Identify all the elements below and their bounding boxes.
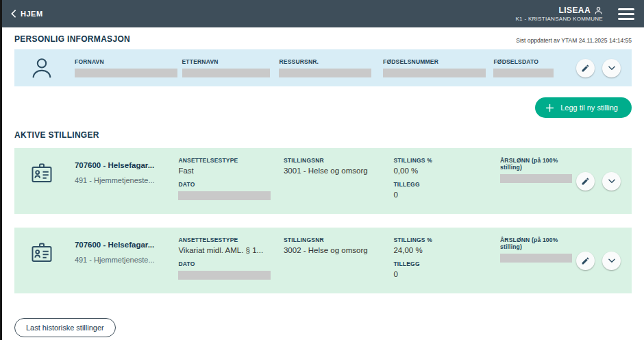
value-fodselsdato-redacted (493, 69, 554, 77)
label-dato: DATO (178, 181, 280, 188)
label-ansettelsestype: ANSETTELSESTYPE (178, 236, 280, 243)
label-fodselsnummer: FØDSELSNUMMER (383, 58, 489, 65)
value-stillingsprosent: 24,00 % (393, 246, 489, 254)
edit-position-button[interactable] (576, 252, 595, 270)
add-position-label: Legg til ny stilling (560, 104, 618, 112)
id-card-icon (29, 161, 54, 186)
label-tillegg: TILLEGG (393, 260, 496, 267)
personal-info-panel: FORNAVN ETTERNAVN RESSURSNR. FØDSELSNUMM… (14, 49, 632, 86)
label-ressursnr: RESSURSNR. (279, 58, 379, 65)
position-department: 491 - Hjemmetjeneste... (75, 256, 179, 264)
value-stillingsprosent: 0,00 % (393, 167, 489, 175)
chevron-left-icon (10, 9, 17, 19)
value-tillegg: 0 (393, 270, 489, 278)
back-button[interactable]: HJEM (10, 9, 43, 19)
personal-info-title: PERSONLIG INFORMASJON (14, 34, 130, 44)
user-name: LISEAA (559, 5, 591, 16)
value-arslonn-redacted (500, 254, 572, 263)
label-stillingsnr: STILLINGSNR (284, 157, 390, 164)
back-label: HJEM (21, 10, 43, 18)
label-ansettelsestype: ANSETTELSESTYPE (178, 157, 280, 164)
position-card: 707600 - Helsefagar... 491 - Hjemmetjene… (14, 148, 632, 214)
pencil-icon (581, 64, 590, 73)
label-fodselsdato: FØDSELSDATO (493, 58, 572, 65)
value-stillingsnr: 3001 - Helse og omsorg (284, 167, 380, 175)
expand-position-button[interactable] (602, 252, 621, 270)
active-positions-title: AKTIVE STILLINGER (14, 130, 632, 140)
label-stillingsnr: STILLINGSNR (284, 236, 390, 243)
app-window: HJEM LISEAA K1 - KRISTIANSAND KOMMUNE PE… (0, 0, 644, 340)
position-unit: 707600 - Helsefagar... (75, 161, 179, 169)
position-card: 707600 - Helsefagar... 491 - Hjemmetjene… (14, 228, 632, 293)
user-organization: K1 - KRISTIANSAND KOMMUNE (515, 16, 603, 23)
value-arslonn-redacted (500, 174, 572, 183)
label-etternavn: ETTERNAVN (182, 58, 275, 65)
value-fornavn-redacted (75, 69, 177, 77)
label-arslonn: ÅRSLØNN (på 100% stilling) (500, 236, 572, 250)
label-stillingsprosent: STILLINGS % (393, 157, 496, 164)
person-icon (594, 6, 603, 15)
value-dato-redacted (178, 271, 271, 280)
avatar (29, 56, 54, 80)
last-updated-text: Sist oppdatert av YTAM 24.11.2025 14:14:… (516, 37, 632, 44)
position-unit: 707600 - Helsefagar... (75, 241, 179, 249)
chevron-down-icon (607, 176, 617, 186)
load-historical-positions-button[interactable]: Last historiske stillinger (14, 318, 116, 337)
value-etternavn-redacted (182, 69, 270, 77)
plus-icon (545, 103, 555, 113)
value-ansettelsestype: Fast (178, 167, 274, 175)
position-department: 491 - Hjemmetjeneste... (75, 176, 179, 184)
value-tillegg: 0 (393, 191, 489, 199)
value-ressursnr-redacted (279, 69, 371, 77)
label-tillegg: TILLEGG (393, 181, 496, 188)
value-stillingsnr: 3002 - Helse og omsorg (284, 246, 380, 254)
label-dato: DATO (178, 260, 280, 267)
value-dato-redacted (178, 191, 271, 200)
chevron-down-icon (607, 256, 617, 265)
edit-position-button[interactable] (576, 172, 595, 191)
pencil-icon (581, 256, 590, 265)
add-position-button[interactable]: Legg til ny stilling (535, 97, 632, 118)
expand-position-button[interactable] (602, 172, 621, 191)
label-arslonn: ÅRSLØNN (på 100% stilling) (500, 157, 572, 171)
pencil-icon (581, 177, 590, 186)
user-menu[interactable]: LISEAA K1 - KRISTIANSAND KOMMUNE (515, 5, 603, 23)
label-stillingsprosent: STILLINGS % (393, 236, 496, 243)
top-bar: HJEM LISEAA K1 - KRISTIANSAND KOMMUNE (2, 0, 644, 27)
label-fornavn: FORNAVN (75, 58, 178, 65)
edit-personal-info-button[interactable] (576, 59, 595, 77)
id-card-icon (29, 241, 54, 265)
expand-personal-info-button[interactable] (602, 59, 621, 77)
value-fodselsnummer-redacted (383, 69, 486, 77)
chevron-down-icon (607, 63, 617, 73)
hamburger-menu-icon[interactable] (618, 8, 634, 20)
value-ansettelsestype: Vikariat midl. AML. § 1... (178, 246, 274, 254)
person-avatar-icon (29, 56, 54, 80)
